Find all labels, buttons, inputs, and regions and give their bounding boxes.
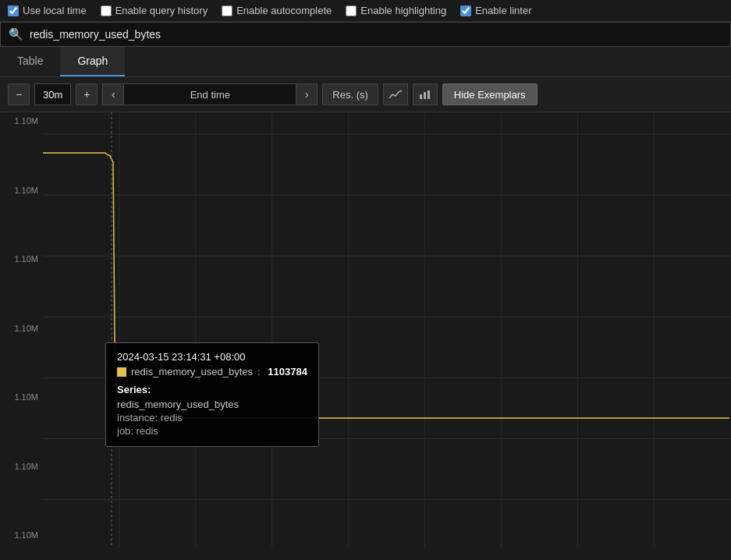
y-label-7: 1.10M xyxy=(0,530,43,540)
controls-row: − 30m + ‹ End time › Res. (s) Hide Exemp… xyxy=(0,77,731,112)
duration-plus-button[interactable]: + xyxy=(76,83,98,105)
y-label-4: 1.10M xyxy=(0,324,43,333)
search-bar: 🔍 xyxy=(0,22,731,47)
enable-query-history-toggle[interactable]: Enable query history xyxy=(101,5,208,16)
y-axis: 1.10M 1.10M 1.10M 1.10M 1.10M 1.10M 1.10… xyxy=(0,112,43,548)
y-label-5: 1.10M xyxy=(0,392,43,402)
tooltip-time: 2024-03-15 23:14:31 +08:00 xyxy=(117,351,307,363)
enable-highlighting-checkbox[interactable] xyxy=(346,5,357,16)
enable-linter-label: Enable linter xyxy=(475,5,531,16)
tooltip-metric-row: redis_memory_used_bytes : 1103784 xyxy=(117,366,307,377)
enable-highlighting-label: Enable highlighting xyxy=(360,5,446,16)
tooltip-job-value: redis xyxy=(137,425,158,437)
enable-highlighting-toggle[interactable]: Enable highlighting xyxy=(346,5,446,16)
use-local-time-checkbox[interactable] xyxy=(8,5,19,16)
duration-display: 30m xyxy=(34,83,71,105)
bar-chart-button[interactable] xyxy=(413,83,438,105)
graph-svg xyxy=(43,112,731,548)
time-nav: ‹ End time › xyxy=(102,83,318,105)
svg-rect-2 xyxy=(428,90,430,99)
enable-autocomplete-label: Enable autocomplete xyxy=(236,5,332,16)
search-input[interactable] xyxy=(30,28,722,41)
time-next-button[interactable]: › xyxy=(296,83,318,105)
enable-query-history-label: Enable query history xyxy=(115,5,208,16)
use-local-time-toggle[interactable]: Use local time xyxy=(8,5,87,16)
tooltip-job-key: job xyxy=(117,425,130,437)
svg-rect-0 xyxy=(420,94,422,99)
tab-graph[interactable]: Graph xyxy=(60,47,125,76)
enable-linter-checkbox[interactable] xyxy=(460,5,471,16)
tabs-bar: Table Graph xyxy=(0,47,731,77)
resolution-button[interactable]: Res. (s) xyxy=(322,83,378,105)
tooltip-color-indicator xyxy=(117,367,126,377)
tooltip-instance-value: redis xyxy=(161,412,183,424)
top-bar: Use local time Enable query history Enab… xyxy=(0,0,731,22)
time-prev-button[interactable]: ‹ xyxy=(102,83,124,105)
enable-query-history-checkbox[interactable] xyxy=(101,5,112,16)
graph-tooltip: 2024-03-15 23:14:31 +08:00 redis_memory_… xyxy=(105,342,319,447)
y-label-6: 1.10M xyxy=(0,462,43,471)
y-label-3: 1.10M xyxy=(0,254,43,264)
tooltip-job-label: job: redis xyxy=(117,425,307,437)
tooltip-series-title: Series: xyxy=(117,384,307,395)
duration-minus-button[interactable]: − xyxy=(8,83,30,105)
line-chart-button[interactable] xyxy=(383,83,408,105)
tooltip-series-name: redis_memory_used_bytes xyxy=(117,399,307,410)
hide-exemplars-button[interactable]: Hide Exemplars xyxy=(442,83,538,105)
y-label-2: 1.10M xyxy=(0,186,43,195)
enable-autocomplete-toggle[interactable]: Enable autocomplete xyxy=(222,5,332,16)
enable-autocomplete-checkbox[interactable] xyxy=(222,5,232,16)
y-label-1: 1.10M xyxy=(0,116,43,126)
enable-linter-toggle[interactable]: Enable linter xyxy=(460,5,531,16)
tab-table[interactable]: Table xyxy=(0,47,60,76)
tooltip-metric-name: redis_memory_used_bytes xyxy=(131,366,253,377)
end-time-display: End time xyxy=(124,83,296,105)
tooltip-instance-key: instance xyxy=(117,412,154,424)
use-local-time-label: Use local time xyxy=(23,5,87,16)
search-icon: 🔍 xyxy=(9,27,23,41)
tooltip-instance-label: instance: redis xyxy=(117,412,307,424)
tooltip-metric-value: 1103784 xyxy=(268,366,307,377)
graph-area: 1.10M 1.10M 1.10M 1.10M 1.10M 1.10M 1.10… xyxy=(0,112,731,548)
svg-rect-1 xyxy=(424,92,426,99)
